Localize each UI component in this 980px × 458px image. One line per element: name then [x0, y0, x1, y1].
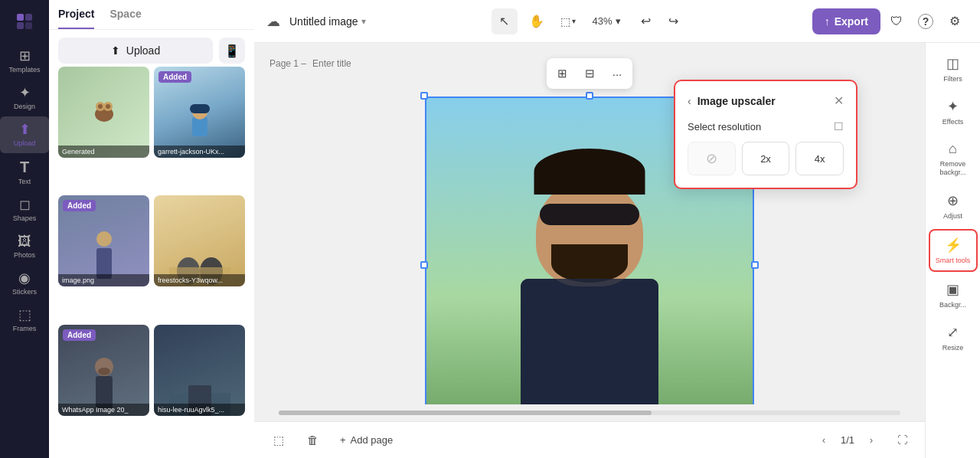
export-button[interactable]: ↑ Export [812, 8, 880, 34]
upscaler-back-button[interactable]: ‹ [688, 95, 691, 107]
help-icon: ? [918, 14, 933, 29]
left-sidebar: ⊞ Templates ✦ Design ⬆ Upload T Text ◻ S… [0, 0, 49, 458]
media-item-4[interactable]: freestocks-Y3wqow... [154, 195, 245, 286]
nav-right-icon: › [870, 434, 873, 446]
media-item-2[interactable]: Added garrett-jackson-UKx... [154, 67, 245, 158]
sidebar-item-stickers-label: Stickers [12, 288, 37, 296]
remove-bg-icon: ⌂ [949, 141, 957, 157]
media-item-6-label: hisu-lee-ruuAgvlk5_... [154, 404, 245, 416]
grid-tool-button[interactable]: ⊞ [550, 61, 574, 86]
tab-space[interactable]: Space [109, 8, 141, 29]
info-icon: ☐ [834, 120, 844, 132]
add-page-label: Add page [351, 434, 394, 446]
trash-button[interactable]: 🗑 [300, 428, 325, 453]
background-icon: ▣ [946, 281, 959, 298]
scroll-thumb[interactable] [279, 411, 652, 415]
right-tool-filters[interactable]: ◫ Filters [929, 49, 978, 89]
media-grid: Generated Added garrett-jackson-UKx... [49, 67, 254, 458]
select-tool-button[interactable]: ↖ [492, 8, 518, 34]
media-item-5-label: WhatsApp Image 20_ [58, 404, 149, 416]
apps-icon: ⊟ [585, 67, 595, 80]
fullscreen-button[interactable]: ⛶ [891, 430, 913, 451]
sidebar-item-upload[interactable]: ⬆ Upload [0, 116, 49, 153]
original-icon: ⊘ [706, 150, 717, 167]
phone-view-button[interactable]: 📱 [219, 38, 245, 64]
media-item-6[interactable]: hisu-lee-ruuAgvlk5_... [154, 325, 245, 416]
sidebar-item-templates[interactable]: ⊞ Templates [0, 43, 49, 80]
svg-rect-3 [25, 22, 32, 29]
page-nav: ‹ 1/1 › [813, 430, 882, 451]
right-tool-resize[interactable]: ⤢ Resize [929, 318, 978, 358]
resolution-original-button[interactable]: ⊘ [688, 142, 736, 175]
upscaler-subtitle-text: Select resolution [688, 121, 761, 132]
scroll-track[interactable] [279, 411, 900, 415]
shapes-icon: ◻ [19, 198, 31, 211]
page-prev-button[interactable]: ‹ [813, 430, 835, 451]
right-tool-effects[interactable]: ✦ Effects [929, 92, 978, 132]
hand-tool-button[interactable]: ✋ [524, 8, 550, 34]
save-frame-button[interactable]: ⬚ [266, 428, 291, 453]
right-tool-smart-tools[interactable]: ⚡ Smart tools [929, 229, 978, 273]
stickers-icon: ◉ [18, 271, 31, 285]
more-icon: ··· [612, 67, 622, 80]
resolution-4x-button[interactable]: 4x [795, 142, 844, 175]
media-item-1[interactable]: Generated [58, 67, 149, 158]
svg-rect-0 [17, 14, 24, 21]
sidebar-item-design[interactable]: ✦ Design [0, 80, 49, 116]
right-tool-remove-bg[interactable]: ⌂ Remove backgr... [929, 135, 978, 183]
sidebar-item-photos-label: Photos [14, 251, 35, 259]
upscaler-subtitle-row: Select resolution ☐ [688, 120, 844, 132]
sidebar-item-stickers[interactable]: ◉ Stickers [0, 265, 49, 302]
shield-button[interactable]: 🛡 [884, 8, 910, 34]
upscaler-title-row: ‹ Image upscaler [688, 95, 776, 107]
resize-icon: ⤢ [947, 324, 959, 341]
frame-tool-button[interactable]: ⬚ ▾ [556, 8, 580, 34]
doc-title-group: Untitled image ▾ [289, 15, 366, 28]
header-icons: ↑ Export 🛡 ? ⚙ [812, 8, 968, 34]
zoom-control[interactable]: 43% ▾ [586, 12, 627, 30]
zoom-level-text: 43% [593, 15, 612, 27]
media-item-5[interactable]: Added WhatsApp Image 20_ [58, 325, 149, 416]
bottom-bar: ⬚ 🗑 + Add page ‹ 1/1 › [254, 421, 925, 458]
page-title-input[interactable] [312, 58, 374, 69]
upscaler-panel: ‹ Image upscaler ✕ Select resolution ☐ ⊘… [674, 80, 858, 189]
media-item-3-badge: Added [63, 200, 96, 211]
svg-point-19 [98, 368, 110, 375]
tab-project[interactable]: Project [58, 8, 94, 29]
doc-title-chevron[interactable]: ▾ [361, 16, 366, 27]
sidebar-item-shapes-label: Shapes [13, 214, 37, 222]
close-icon: ✕ [834, 93, 844, 108]
page-label: Page 1 – [270, 58, 306, 69]
apps-tool-button[interactable]: ⊟ [577, 61, 602, 86]
redo-button[interactable]: ↪ [661, 8, 687, 34]
upload-button[interactable]: ⬆ Upload [58, 38, 213, 64]
select-icon: ↖ [499, 14, 509, 28]
undo-button[interactable]: ↩ [633, 8, 659, 34]
add-page-icon: + [340, 434, 346, 446]
svg-point-7 [98, 104, 103, 109]
svg-rect-11 [190, 104, 210, 113]
sidebar-item-frames[interactable]: ⬚ Frames [0, 302, 49, 339]
upscaler-close-button[interactable]: ✕ [834, 93, 844, 108]
page-next-button[interactable]: › [861, 430, 882, 451]
sidebar-item-text-label: Text [18, 178, 31, 185]
resolution-2x-button[interactable]: 2x [742, 142, 790, 175]
media-item-3[interactable]: Added image.png [58, 195, 149, 286]
text-icon: T [20, 159, 29, 175]
upscaler-header: ‹ Image upscaler ✕ [688, 93, 844, 108]
sidebar-item-text[interactable]: T Text [0, 153, 49, 191]
help-button[interactable]: ? [913, 8, 939, 34]
background-label: Backgr... [939, 301, 966, 309]
right-tool-background[interactable]: ▣ Backgr... [929, 275, 978, 315]
svg-rect-2 [17, 22, 24, 29]
effects-icon: ✦ [947, 98, 959, 115]
add-page-button[interactable]: + Add page [334, 431, 399, 449]
right-tool-adjust[interactable]: ⊕ Adjust [929, 186, 978, 226]
doc-title-text[interactable]: Untitled image [289, 15, 358, 28]
sidebar-item-shapes[interactable]: ◻ Shapes [0, 191, 49, 228]
settings-button[interactable]: ⚙ [942, 8, 968, 34]
sidebar-item-photos[interactable]: 🖼 Photos [0, 228, 49, 265]
more-tool-button[interactable]: ··· [605, 61, 629, 86]
top-bar: ☁ Untitled image ▾ ↖ ✋ ⬚ ▾ 43% ▾ ↩ [254, 0, 980, 43]
app-logo[interactable] [9, 6, 40, 37]
